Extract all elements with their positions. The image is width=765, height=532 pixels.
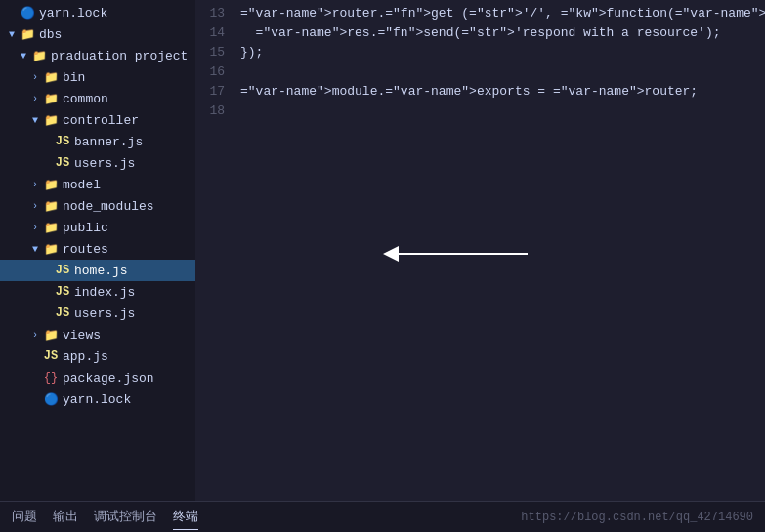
sidebar-item-yarn-lock-bottom[interactable]: 🔵yarn.lock — [0, 389, 195, 410]
sidebar-item-views[interactable]: ›📁views — [0, 324, 195, 346]
sidebar-item-users-js-routes[interactable]: JSusers.js — [0, 303, 195, 324]
file-icon: 🔵 — [20, 6, 35, 20]
file-icon: 📁 — [43, 70, 59, 85]
arrow-icon: › — [27, 72, 43, 83]
file-label: common — [63, 92, 195, 106]
bottom-tab-调试控制台[interactable]: 调试控制台 — [94, 504, 157, 530]
code-line — [240, 62, 765, 82]
line-number: 14 — [195, 23, 225, 43]
file-icon: 📁 — [43, 242, 59, 257]
file-icon: JS — [55, 264, 70, 277]
arrow-icon: › — [27, 223, 43, 233]
file-icon: 📁 — [43, 199, 59, 214]
editor-area: 131415161718 ="var-name">router.="fn">ge… — [195, 0, 765, 501]
file-icon: JS — [55, 307, 70, 320]
file-icon: 📁 — [43, 328, 59, 343]
file-icon: 📁 — [43, 113, 59, 128]
bottom-tab-问题[interactable]: 问题 — [12, 504, 37, 530]
sidebar-item-yarn-lock-top[interactable]: 🔵yarn.lock — [0, 2, 195, 23]
file-label: public — [63, 221, 195, 235]
line-number: 15 — [195, 43, 225, 62]
file-label: users.js — [74, 156, 195, 171]
file-icon: 🔵 — [43, 392, 59, 407]
file-label: package.json — [63, 371, 195, 386]
sidebar-item-node_modules[interactable]: ›📁node_modules — [0, 195, 195, 217]
arrow-icon: ▼ — [4, 29, 20, 40]
line-number: 13 — [195, 4, 225, 23]
file-label: praduation_project — [51, 49, 195, 63]
file-label: banner.js — [74, 135, 195, 149]
file-icon: JS — [55, 135, 70, 148]
arrow-icon: › — [27, 94, 43, 104]
file-icon: JS — [55, 285, 70, 299]
file-label: model — [63, 178, 195, 192]
file-icon: 📁 — [43, 92, 59, 106]
file-label: index.js — [74, 285, 195, 300]
arrow-icon: ▼ — [27, 244, 43, 255]
code-line: ="var-name">res.="fn">send(="str">'respo… — [240, 23, 765, 43]
file-icon: 📁 — [20, 27, 35, 42]
main-area: 🔵yarn.lock▼📁dbs▼📁praduation_project›📁bin… — [0, 0, 765, 501]
sidebar-item-dbs[interactable]: ▼📁dbs — [0, 23, 195, 45]
arrow-icon: › — [27, 201, 43, 212]
file-label: dbs — [39, 27, 195, 42]
file-label: home.js — [74, 264, 195, 278]
code-line: }); — [240, 43, 765, 62]
sidebar-item-banner-js[interactable]: JSbanner.js — [0, 131, 195, 152]
file-label: yarn.lock — [39, 6, 195, 20]
file-label: routes — [63, 242, 195, 257]
file-icon: {} — [43, 371, 59, 385]
file-icon: 📁 — [43, 178, 59, 192]
line-number: 17 — [195, 82, 225, 102]
file-label: node_modules — [63, 199, 195, 214]
bottom-bar: 问题输出调试控制台终端 https://blog.csdn.net/qq_427… — [0, 501, 765, 532]
file-label: controller — [63, 113, 195, 128]
arrow-icon: › — [27, 330, 43, 341]
file-icon: 📁 — [43, 221, 59, 235]
code-line — [240, 102, 765, 121]
sidebar-item-home-js[interactable]: JShome.js — [0, 260, 195, 281]
file-label: yarn.lock — [63, 392, 195, 407]
sidebar-item-controller[interactable]: ▼📁controller — [0, 109, 195, 131]
code-line: ="var-name">module.="var-name">exports =… — [240, 82, 765, 102]
sidebar-item-users-js-ctrl[interactable]: JSusers.js — [0, 152, 195, 174]
arrow-icon: › — [27, 180, 43, 190]
sidebar-item-bin[interactable]: ›📁bin — [0, 66, 195, 88]
file-icon: JS — [43, 349, 59, 363]
file-label: bin — [63, 70, 195, 85]
file-icon: JS — [55, 156, 70, 170]
bottom-tab-终端[interactable]: 终端 — [173, 504, 198, 530]
sidebar-item-app-js[interactable]: JSapp.js — [0, 346, 195, 367]
sidebar-item-public[interactable]: ›📁public — [0, 217, 195, 238]
code-content: ="var-name">router.="fn">get (="str">'/'… — [233, 4, 765, 501]
line-number: 16 — [195, 62, 225, 82]
code-view: 131415161718 ="var-name">router.="fn">ge… — [195, 0, 765, 501]
file-explorer: 🔵yarn.lock▼📁dbs▼📁praduation_project›📁bin… — [0, 0, 195, 501]
line-numbers: 131415161718 — [195, 4, 233, 501]
sidebar-item-model[interactable]: ›📁model — [0, 174, 195, 195]
sidebar-item-package-json[interactable]: {}package.json — [0, 367, 195, 389]
sidebar-item-common[interactable]: ›📁common — [0, 88, 195, 109]
sidebar-item-routes[interactable]: ▼📁routes — [0, 238, 195, 260]
file-label: users.js — [74, 307, 195, 321]
arrow-icon: ▼ — [27, 115, 43, 126]
sidebar-item-index-js[interactable]: JSindex.js — [0, 281, 195, 303]
line-number: 18 — [195, 102, 225, 121]
code-line: ="var-name">router.="fn">get (="str">'/'… — [240, 4, 765, 23]
bottom-url: https://blog.csdn.net/qq_42714690 — [521, 511, 753, 524]
sidebar-item-praduation_project[interactable]: ▼📁praduation_project — [0, 45, 195, 66]
file-label: app.js — [63, 349, 195, 364]
file-icon: 📁 — [31, 49, 47, 63]
arrow-icon: ▼ — [16, 51, 31, 61]
bottom-tab-输出[interactable]: 输出 — [53, 504, 78, 530]
file-label: views — [63, 328, 195, 343]
bottom-tabs: 问题输出调试控制台终端 — [12, 504, 198, 530]
